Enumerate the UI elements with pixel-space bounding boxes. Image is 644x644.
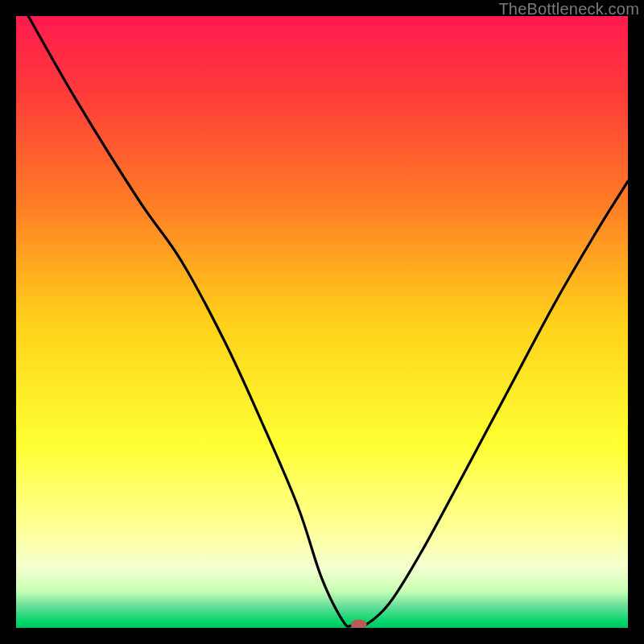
- plot-background-gradient: [16, 16, 628, 628]
- chart-frame: TheBottleneck.com: [0, 0, 644, 644]
- svg-rect-0: [16, 16, 628, 628]
- plot-area: [16, 16, 628, 628]
- watermark-text: TheBottleneck.com: [498, 0, 639, 19]
